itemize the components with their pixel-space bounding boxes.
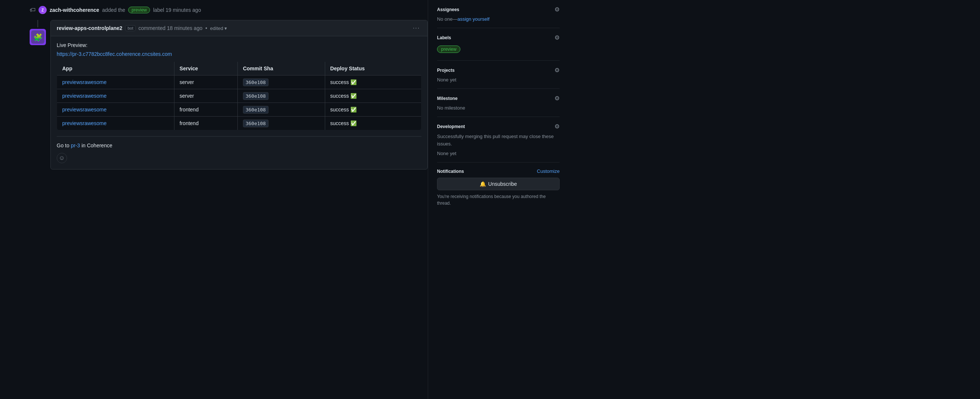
sidebar-projects-header: Projects ⚙ xyxy=(437,67,560,74)
username-link[interactable]: zach-withcoherence xyxy=(49,7,99,13)
bell-icon: 🔔 xyxy=(480,181,486,187)
table-cell-app: previewsrawesome xyxy=(57,89,175,103)
sidebar-projects-section: Projects ⚙ None yet xyxy=(437,61,560,89)
commit-sha-badge: 360e108 xyxy=(243,78,269,86)
comment-timestamp: commented 18 minutes ago xyxy=(138,25,203,31)
milestone-value: No milestone xyxy=(437,105,465,111)
sidebar-development-section: Development ⚙ Successfully merging this … xyxy=(437,117,560,162)
pr-link[interactable]: pr-3 xyxy=(71,143,80,148)
go-to-text: Go to pr-3 in Coherence xyxy=(57,143,422,148)
table-header-commit: Commit Sha xyxy=(237,62,325,76)
sidebar-assignees-header: Assignees ⚙ xyxy=(437,6,560,13)
customize-link[interactable]: Customize xyxy=(537,169,560,174)
milestone-gear-icon[interactable]: ⚙ xyxy=(554,95,560,102)
sidebar-notifications-section: Notifications Customize 🔔 Unsubscribe Yo… xyxy=(437,162,560,213)
notifications-header: Notifications Customize xyxy=(437,169,560,174)
development-gear-icon[interactable]: ⚙ xyxy=(554,123,560,130)
sidebar-milestone-section: Milestone ⚙ No milestone xyxy=(437,89,560,117)
table-cell-app: previewsrawesome xyxy=(57,76,175,89)
edited-dropdown[interactable]: edited ▾ xyxy=(210,25,227,31)
deploy-table: App Service Commit Sha Deploy Status pre… xyxy=(57,62,422,130)
commit-sha-badge: 360e108 xyxy=(243,92,269,100)
live-preview-label: Live Preview: xyxy=(57,42,422,48)
comment-header: review-apps-controlplane2 bot commented … xyxy=(51,21,427,36)
assignees-gear-icon[interactable]: ⚙ xyxy=(554,6,560,13)
comment-author: review-apps-controlplane2 xyxy=(57,25,122,31)
comment-box: 🧩 review-apps-controlplane2 bot commente… xyxy=(30,20,428,170)
bot-badge: bot xyxy=(125,25,135,31)
avatar-small: Z xyxy=(38,6,47,14)
go-to-prefix: Go to xyxy=(57,143,69,148)
notification-reason: You're receiving notifications because y… xyxy=(437,193,560,207)
chevron-down-icon: ▾ xyxy=(224,25,227,31)
table-cell-service: frontend xyxy=(174,117,237,130)
preview-url-link[interactable]: https://pr-3.c7782bcc8fec.coherence.cncs… xyxy=(57,51,172,57)
table-cell-service: server xyxy=(174,76,237,89)
development-description: Successfully merging this pull request m… xyxy=(437,133,560,147)
table-header-service: Service xyxy=(174,62,237,76)
table-row: previewsrawesomefrontend360e108success ✅ xyxy=(57,103,422,117)
unsubscribe-label: Unsubscribe xyxy=(488,181,517,187)
assign-yourself-link[interactable]: assign yourself xyxy=(457,16,490,22)
table-cell-app: previewsrawesome xyxy=(57,103,175,117)
sidebar-labels-header: Labels ⚙ xyxy=(437,34,560,41)
preview-label-badge: preview xyxy=(128,7,150,13)
table-cell-app: previewsrawesome xyxy=(57,117,175,130)
labels-gear-icon[interactable]: ⚙ xyxy=(554,34,560,41)
projects-gear-icon[interactable]: ⚙ xyxy=(554,67,560,74)
development-value: None yet xyxy=(437,151,456,156)
development-title: Development xyxy=(437,124,465,129)
table-cell-status: success ✅ xyxy=(325,117,421,130)
commit-sha-badge: 360e108 xyxy=(243,119,269,127)
projects-title: Projects xyxy=(437,68,455,73)
label-time-text: label 19 minutes ago xyxy=(153,7,201,13)
comment-container: review-apps-controlplane2 bot commented … xyxy=(50,20,428,170)
unsubscribe-button[interactable]: 🔔 Unsubscribe xyxy=(437,178,560,190)
table-cell-status: success ✅ xyxy=(325,103,421,117)
bot-avatar: 🧩 xyxy=(30,29,46,45)
sidebar-assignees-section: Assignees ⚙ No one—assign yourself xyxy=(437,0,560,28)
table-header-app: App xyxy=(57,62,175,76)
app-link[interactable]: previewsrawesome xyxy=(62,120,107,126)
emoji-reaction-button[interactable]: ☺ xyxy=(57,153,67,163)
comment-header-left: review-apps-controlplane2 bot commented … xyxy=(57,25,227,31)
sidebar-milestone-header: Milestone ⚙ xyxy=(437,95,560,102)
table-cell-commit: 360e108 xyxy=(237,117,325,130)
table-cell-commit: 360e108 xyxy=(237,103,325,117)
table-row: previewsrawesomefrontend360e108success ✅ xyxy=(57,117,422,130)
app-link[interactable]: previewsrawesome xyxy=(62,93,107,99)
tag-icon: 🏷 xyxy=(30,7,35,13)
label-event-row: 🏷 Z zach-withcoherence added the preview… xyxy=(30,0,428,17)
edited-label: edited xyxy=(210,25,223,31)
app-link[interactable]: previewsrawesome xyxy=(62,107,107,113)
svg-text:🧩: 🧩 xyxy=(33,33,43,42)
table-cell-service: server xyxy=(174,89,237,103)
labels-title: Labels xyxy=(437,35,451,40)
table-header-status: Deploy Status xyxy=(325,62,421,76)
sidebar-development-header: Development ⚙ xyxy=(437,123,560,130)
go-to-suffix-text: in Coherence xyxy=(81,143,112,148)
notifications-title: Notifications xyxy=(437,169,464,174)
table-row: previewsrawesomeserver360e108success ✅ xyxy=(57,89,422,103)
sidebar: Assignees ⚙ No one—assign yourself Label… xyxy=(428,0,568,399)
label-action-text: added the xyxy=(102,7,125,13)
table-cell-commit: 360e108 xyxy=(237,89,325,103)
preview-label: preview xyxy=(437,46,460,53)
assignees-title: Assignees xyxy=(437,7,459,12)
no-one-text: No one— xyxy=(437,16,457,22)
milestone-title: Milestone xyxy=(437,96,457,101)
commit-sha-badge: 360e108 xyxy=(243,106,269,114)
more-options-icon[interactable]: ··· xyxy=(412,23,422,33)
table-cell-status: success ✅ xyxy=(325,76,421,89)
table-row: previewsrawesomeserver360e108success ✅ xyxy=(57,76,422,89)
comment-separator: • xyxy=(205,25,207,31)
comment-body: Live Preview: https://pr-3.c7782bcc8fec.… xyxy=(51,36,427,169)
table-cell-service: frontend xyxy=(174,103,237,117)
comment-divider xyxy=(57,136,422,137)
projects-value: None yet xyxy=(437,77,456,83)
table-cell-status: success ✅ xyxy=(325,89,421,103)
app-link[interactable]: previewsrawesome xyxy=(62,79,107,85)
sidebar-labels-section: Labels ⚙ preview xyxy=(437,28,560,61)
table-cell-commit: 360e108 xyxy=(237,76,325,89)
